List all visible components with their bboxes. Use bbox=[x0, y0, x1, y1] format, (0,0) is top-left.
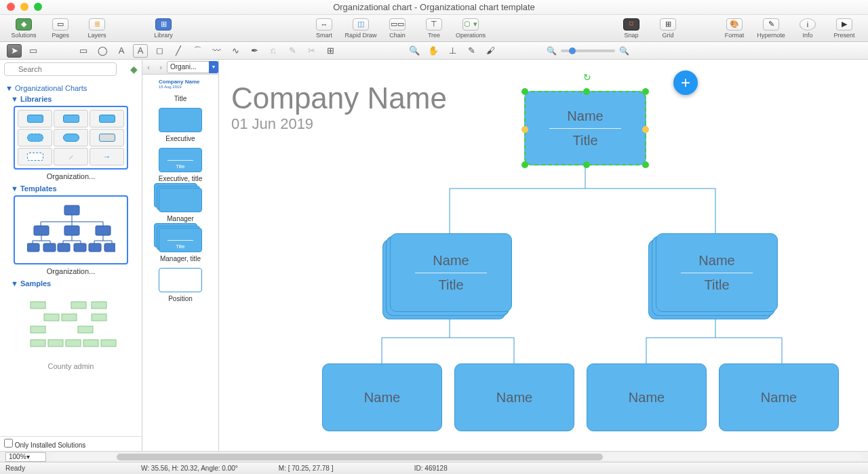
solutions-panel: 🔍 ◆ ▼ Organizational Charts ▼ Libraries … bbox=[0, 60, 142, 451]
shapes-library-dropdown[interactable]: ▾ bbox=[209, 61, 218, 73]
close-window-button[interactable] bbox=[7, 3, 15, 11]
only-installed-checkbox[interactable]: Only Installed Solutions bbox=[0, 436, 142, 451]
svg-rect-7 bbox=[64, 226, 79, 235]
library-thumb[interactable]: ⟋→ bbox=[14, 106, 128, 170]
format-button[interactable]: 🎨Format bbox=[716, 16, 753, 41]
zoom-out-icon[interactable]: 🔍 bbox=[547, 46, 557, 56]
scissors-tool[interactable]: ✂ bbox=[304, 44, 319, 58]
rotate-handle[interactable]: ↻ bbox=[583, 72, 591, 83]
eyedropper-tool[interactable]: ✎ bbox=[464, 44, 479, 58]
tree-button[interactable]: ⊤Tree bbox=[416, 16, 452, 41]
shape-manager-title[interactable]: TitleManager, title bbox=[159, 228, 202, 262]
ellipse-tool[interactable]: ◯ bbox=[95, 44, 110, 58]
add-node-button[interactable]: + bbox=[673, 71, 698, 95]
pen-tool[interactable]: ✒ bbox=[247, 44, 262, 58]
svg-rect-20 bbox=[74, 243, 86, 252]
status-dimensions: W: 35.56, H: 20.32, Angle: 0.00° bbox=[141, 465, 238, 472]
subcat-samples[interactable]: ▼ Samples bbox=[11, 279, 136, 288]
shape-executive-title[interactable]: TitleExecutive, title bbox=[159, 148, 202, 182]
canvas[interactable]: Company Name 01 Jun 2019 + Name Title ↻ bbox=[219, 60, 868, 451]
org-node-leaf-3[interactable]: Name bbox=[587, 363, 707, 431]
marquee-tool[interactable]: ▭ bbox=[26, 44, 41, 58]
shape-header[interactable]: Company Name15 Aug 2019 Title bbox=[159, 79, 202, 102]
textbox-tool[interactable]: A bbox=[133, 44, 148, 58]
svg-rect-14 bbox=[43, 243, 56, 252]
library-thumb-label: Organization... bbox=[5, 172, 136, 180]
smart-button[interactable]: ↔Smart bbox=[306, 16, 342, 41]
template-thumb[interactable] bbox=[14, 195, 128, 264]
subcat-templates[interactable]: ▼ Templates bbox=[11, 184, 136, 193]
arc-tool[interactable]: ⌒ bbox=[190, 44, 205, 58]
page-title: Company Name bbox=[231, 81, 447, 115]
zoom-in-icon[interactable]: 🔍 bbox=[619, 46, 629, 56]
svg-rect-33 bbox=[31, 326, 45, 333]
svg-rect-8 bbox=[96, 226, 111, 235]
hypernote-button[interactable]: ✎Hypernote bbox=[753, 16, 789, 41]
line-tool[interactable]: ╱ bbox=[171, 44, 186, 58]
sample-thumb-label: County admin bbox=[5, 362, 136, 370]
org-node-manager-1[interactable]: NameTitle bbox=[390, 233, 512, 312]
table-tool[interactable]: ⊞ bbox=[323, 44, 338, 58]
grid-button[interactable]: ⊞Grid bbox=[650, 16, 686, 41]
solutions-button[interactable]: ◆Solutions bbox=[5, 16, 42, 41]
rectangle-tool[interactable]: ▭ bbox=[76, 44, 91, 58]
callout-tool[interactable]: ◻ bbox=[152, 44, 167, 58]
svg-rect-30 bbox=[44, 314, 59, 321]
operations-button[interactable]: ⬡ ▾Operations bbox=[452, 16, 489, 41]
status-ready: Ready bbox=[5, 465, 100, 472]
svg-rect-37 bbox=[66, 340, 81, 347]
svg-rect-28 bbox=[71, 302, 86, 309]
status-mouse: M: [ 70.25, 27.78 ] bbox=[279, 465, 374, 472]
shapes-forward-button[interactable]: › bbox=[155, 63, 167, 71]
text-tool[interactable]: A bbox=[114, 44, 129, 58]
zoom-combo[interactable]: 100% ▾ bbox=[5, 452, 46, 462]
shape-manager[interactable]: Manager bbox=[159, 188, 202, 222]
minimize-window-button[interactable] bbox=[20, 3, 28, 11]
pages-button[interactable]: ▭Pages bbox=[42, 16, 79, 41]
org-node-leaf-2[interactable]: Name bbox=[454, 363, 574, 431]
horizontal-scrollbar[interactable] bbox=[52, 454, 863, 460]
info-button[interactable]: iInfo bbox=[789, 16, 826, 41]
org-node-manager-2[interactable]: NameTitle bbox=[656, 233, 778, 312]
shapes-library-combo[interactable]: Organi... bbox=[167, 61, 210, 73]
stamp-tool[interactable]: ⊥ bbox=[445, 44, 460, 58]
zoom-tool[interactable]: 🔍 bbox=[407, 44, 422, 58]
snap-button[interactable]: ⌑Snap bbox=[613, 16, 650, 41]
zoom-slider[interactable]: 🔍 🔍 bbox=[547, 46, 629, 56]
library-button[interactable]: ⊞Library bbox=[145, 16, 182, 41]
bezier-tool[interactable]: ∿ bbox=[228, 44, 243, 58]
search-input[interactable] bbox=[4, 62, 117, 76]
svg-rect-32 bbox=[92, 314, 106, 321]
spline-tool[interactable]: 〰 bbox=[209, 44, 224, 58]
status-bar: Ready W: 35.56, H: 20.32, Angle: 0.00° M… bbox=[0, 462, 868, 474]
org-node-leaf-4[interactable]: Name bbox=[719, 363, 839, 431]
maximize-window-button[interactable] bbox=[34, 3, 42, 11]
svg-rect-36 bbox=[48, 340, 63, 347]
connector-tool[interactable]: ⎌ bbox=[266, 44, 281, 58]
svg-rect-0 bbox=[64, 205, 79, 215]
svg-rect-29 bbox=[92, 302, 106, 309]
shapes-back-button[interactable]: ‹ bbox=[142, 63, 155, 71]
select-tool[interactable]: ➤ bbox=[7, 44, 22, 58]
status-id: ID: 469128 bbox=[414, 465, 509, 472]
chain-button[interactable]: ▭▭Chain bbox=[379, 16, 416, 41]
org-node-root[interactable]: Name Title ↻ bbox=[524, 91, 646, 165]
present-button[interactable]: ▶Present bbox=[826, 16, 863, 41]
brush-tool[interactable]: 🖌 bbox=[483, 44, 498, 58]
shapes-panel: ‹ › Organi... ▾ Company Name15 Aug 2019 … bbox=[142, 60, 219, 451]
subcat-libraries[interactable]: ▼ Libraries bbox=[11, 95, 136, 103]
svg-rect-31 bbox=[62, 314, 77, 321]
sample-thumb[interactable] bbox=[14, 290, 128, 359]
shape-executive[interactable]: Executive bbox=[159, 108, 202, 142]
category-org-charts[interactable]: ▼ Organizational Charts bbox=[5, 84, 136, 92]
bottom-bar: 100% ▾ bbox=[0, 451, 868, 462]
filter-icon[interactable]: ◆ bbox=[130, 64, 138, 75]
org-node-leaf-1[interactable]: Name bbox=[322, 363, 442, 431]
shape-position[interactable]: Position bbox=[159, 268, 202, 302]
freehand-tool[interactable]: ✎ bbox=[285, 44, 300, 58]
svg-rect-27 bbox=[31, 302, 45, 309]
hand-tool[interactable]: ✋ bbox=[426, 44, 441, 58]
traffic-lights bbox=[7, 3, 42, 11]
rapid-draw-button[interactable]: ◫Rapid Draw bbox=[342, 16, 379, 41]
layers-button[interactable]: ≣Layers bbox=[79, 16, 115, 41]
